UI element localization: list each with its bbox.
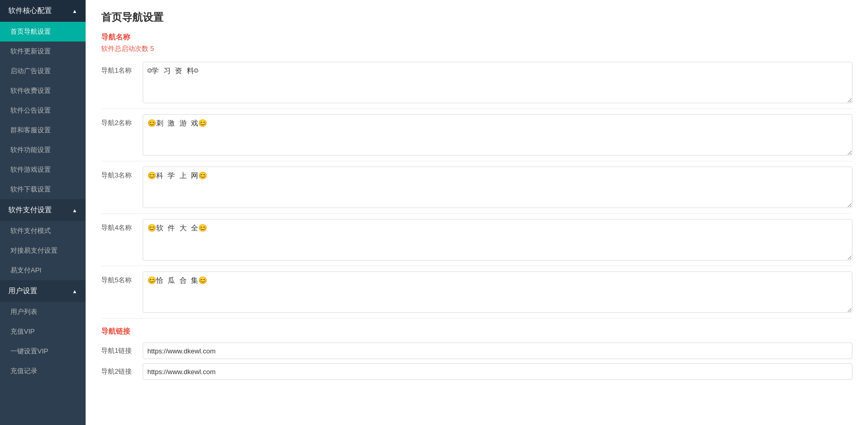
nav2-link-input[interactable] <box>143 363 852 380</box>
nav1-link-label: 导航1链接 <box>101 346 143 355</box>
sidebar-item-payment-mode[interactable]: 软件支付模式 <box>0 221 86 241</box>
chevron-up-icon-2: ▲ <box>72 208 77 213</box>
sidebar-item-notice[interactable]: 软件公告设置 <box>0 101 86 120</box>
sidebar-item-function[interactable]: 软件功能设置 <box>0 140 86 160</box>
main-content: 首页导航设置 导航名称 软件总启动次数 5 导航1名称 ☺学 习 资 料☺ 导航… <box>86 0 868 425</box>
sidebar-item-recharge-log[interactable]: 充值记录 <box>0 361 86 381</box>
sidebar-item-kf[interactable]: 群和客服设置 <box>0 120 86 140</box>
nav3-name-input[interactable]: 😊科 学 上 网😊 <box>143 167 852 208</box>
sidebar-item-home-nav[interactable]: 首页导航设置 <box>0 22 86 42</box>
chevron-up-icon-3: ▲ <box>72 289 77 294</box>
sidebar-item-yizf-api[interactable]: 易支付API <box>0 261 86 280</box>
sidebar-group-core-items: 首页导航设置 软件更新设置 启动广告设置 软件收费设置 软件公告设置 群和客服设… <box>0 22 86 199</box>
nav1-name-input[interactable]: ☺学 习 资 料☺ <box>143 62 852 103</box>
sidebar-item-download[interactable]: 软件下载设置 <box>0 180 86 199</box>
sidebar-item-update[interactable]: 软件更新设置 <box>0 42 86 61</box>
sidebar-group-payment-items: 软件支付模式 对接易支付设置 易支付API <box>0 221 86 280</box>
nav5-name-input[interactable]: 😊恰 瓜 合 集😊 <box>143 271 852 313</box>
section-nav-name-title: 导航名称 <box>101 33 852 42</box>
nav4-name-input[interactable]: 😊软 件 大 全😊 <box>143 219 852 261</box>
sidebar-item-user-list[interactable]: 用户列表 <box>0 302 86 322</box>
sidebar-item-startup-ad[interactable]: 启动广告设置 <box>0 61 86 81</box>
sidebar-item-yizf[interactable]: 对接易支付设置 <box>0 241 86 261</box>
section-nav-link-title: 导航链接 <box>101 327 852 336</box>
section-startup-subtitle: 软件总启动次数 5 <box>101 44 852 53</box>
nav5-name-label: 导航5名称 <box>101 271 143 285</box>
nav2-link-label: 导航2链接 <box>101 367 143 376</box>
sidebar-item-recharge-vip[interactable]: 充值VIP <box>0 322 86 341</box>
sidebar-group-core[interactable]: 软件核心配置 ▲ <box>0 0 86 22</box>
nav3-name-label: 导航3名称 <box>101 167 143 180</box>
sidebar-group-user[interactable]: 用户设置 ▲ <box>0 280 86 302</box>
sidebar-group-core-label: 软件核心配置 <box>8 6 52 16</box>
nav-name-row-3: 导航3名称 😊科 学 上 网😊 <box>101 167 852 214</box>
sidebar-item-set-vip[interactable]: 一键设置VIP <box>0 341 86 361</box>
nav-name-row-2: 导航2名称 😊刺 激 游 戏😊 <box>101 114 852 161</box>
nav-name-row-1: 导航1名称 ☺学 习 资 料☺ <box>101 62 852 109</box>
sidebar-item-game[interactable]: 软件游戏设置 <box>0 160 86 180</box>
nav2-name-input[interactable]: 😊刺 激 游 戏😊 <box>143 114 852 156</box>
nav1-link-input[interactable] <box>143 342 852 359</box>
nav-name-row-4: 导航4名称 😊软 件 大 全😊 <box>101 219 852 266</box>
page-title: 首页导航设置 <box>101 10 852 24</box>
nav2-name-label: 导航2名称 <box>101 114 143 128</box>
nav4-name-label: 导航4名称 <box>101 219 143 232</box>
sidebar-item-charge[interactable]: 软件收费设置 <box>0 81 86 101</box>
sidebar: 软件核心配置 ▲ 首页导航设置 软件更新设置 启动广告设置 软件收费设置 软件公… <box>0 0 86 425</box>
nav-name-row-5: 导航5名称 😊恰 瓜 合 集😊 <box>101 271 852 319</box>
sidebar-group-payment-label: 软件支付设置 <box>8 205 52 215</box>
sidebar-group-user-items: 用户列表 充值VIP 一键设置VIP 充值记录 <box>0 302 86 381</box>
sidebar-group-payment[interactable]: 软件支付设置 ▲ <box>0 199 86 221</box>
nav1-name-label: 导航1名称 <box>101 62 143 75</box>
nav-link-row-1: 导航1链接 <box>101 342 852 359</box>
chevron-up-icon: ▲ <box>72 8 77 14</box>
nav-link-row-2: 导航2链接 <box>101 363 852 380</box>
sidebar-group-user-label: 用户设置 <box>8 286 37 296</box>
